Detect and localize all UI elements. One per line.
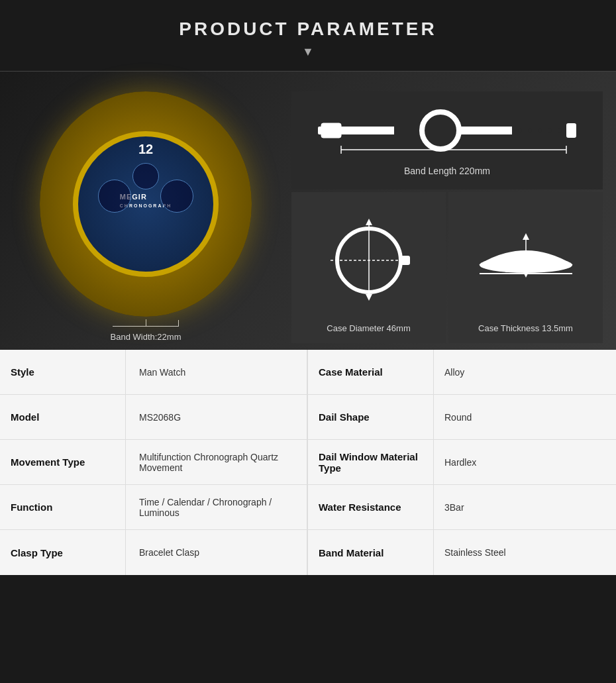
- spec-half-right-0: Case Material Alloy: [308, 350, 616, 394]
- subdial-top: [132, 163, 159, 189]
- subdial-right: [160, 180, 193, 213]
- spec-half-left-3: Function Time / Calendar / Chronograph /…: [0, 485, 308, 529]
- svg-rect-2: [341, 127, 394, 134]
- page-title: PRODUCT PARAMETER: [0, 19, 616, 40]
- spec-label-right-3: Water Resistance: [308, 485, 434, 529]
- spec-half-left-0: Style Man Watch: [0, 350, 308, 394]
- specs-table: Style Man Watch Case Material Alloy Mode…: [0, 350, 616, 575]
- band-length-label: Band Length 220mm: [404, 166, 490, 176]
- spec-label-1: Model: [0, 395, 126, 439]
- specs-diagram-side: Band Length 220mm: [278, 91, 603, 343]
- band-length-svg: [305, 105, 590, 160]
- svg-point-3: [422, 112, 459, 149]
- watch-face: MEGIRCHRONOGRAPH 12: [73, 131, 219, 277]
- spec-half-left-4: Clasp Type Bracelet Clasp: [0, 530, 308, 575]
- svg-point-5: [518, 129, 522, 132]
- subdial-left: [98, 180, 131, 213]
- page-header: PRODUCT PARAMETER ▼: [0, 0, 616, 72]
- svg-point-7: [538, 129, 542, 132]
- spec-label-right-2: Dail Window Material Type: [308, 440, 434, 484]
- svg-marker-17: [366, 219, 372, 225]
- band-length-box: Band Length 220mm: [291, 91, 603, 189]
- header-arrow-icon: ▼: [0, 45, 616, 59]
- spec-value-0: Man Watch: [126, 350, 307, 394]
- spec-value-3: Time / Calendar / Chronograph / Luminous: [126, 485, 307, 529]
- case-diameter-label: Case Diameter 46mm: [327, 323, 410, 333]
- spec-value-1: MS2068G: [126, 395, 307, 439]
- dimensions-row: Case Diameter 46mm: [291, 192, 603, 343]
- spec-half-right-4: Band Material Stainless Steel: [308, 530, 616, 575]
- specs-row-0: Style Man Watch Case Material Alloy: [0, 350, 616, 395]
- watch-illustration: MEGIRCHRONOGRAPH 12: [40, 91, 252, 317]
- svg-point-8: [548, 129, 552, 132]
- case-diameter-svg: [309, 202, 429, 318]
- spec-value-2: Multifunction Chronograph Quartz Movemen…: [126, 440, 307, 484]
- spec-value-right-3: 3Bar: [434, 485, 616, 529]
- svg-marker-18: [366, 294, 372, 301]
- specs-row-2: Movement Type Multifunction Chronograph …: [0, 440, 616, 485]
- spec-value-right-2: Hardlex: [434, 440, 616, 484]
- band-width-label: Band Width:22mm: [13, 332, 278, 342]
- case-thickness-svg: [466, 202, 586, 318]
- spec-label-right-0: Case Material: [308, 350, 434, 394]
- spec-label-4: Clasp Type: [0, 530, 126, 575]
- band-width-marker: [13, 319, 278, 327]
- spec-value-right-0: Alloy: [434, 350, 616, 394]
- svg-marker-23: [523, 233, 529, 240]
- case-thickness-box: Case Thickness 13.5mm: [448, 192, 603, 343]
- spec-half-right-1: Dail Shape Round: [308, 395, 616, 439]
- spec-label-0: Style: [0, 350, 126, 394]
- spec-value-right-4: Stainless Steel: [434, 530, 616, 575]
- svg-rect-1: [318, 127, 325, 134]
- specs-row-4: Clasp Type Bracelet Clasp Band Material …: [0, 530, 616, 575]
- spec-half-right-2: Dail Window Material Type Hardlex: [308, 440, 616, 484]
- case-thickness-label: Case Thickness 13.5mm: [478, 323, 573, 333]
- spec-half-left-1: Model MS2068G: [0, 395, 308, 439]
- spec-label-2: Movement Type: [0, 440, 126, 484]
- spec-label-right-4: Band Material: [308, 530, 434, 575]
- hero-section: MEGIRCHRONOGRAPH 12 Band Width:22mm: [0, 72, 616, 350]
- svg-rect-4: [459, 127, 512, 134]
- watch-12-marker: 12: [138, 142, 153, 157]
- spec-label-3: Function: [0, 485, 126, 529]
- svg-point-6: [528, 129, 532, 132]
- svg-point-9: [558, 129, 562, 132]
- specs-row-1: Model MS2068G Dail Shape Round: [0, 395, 616, 440]
- watch-image-side: MEGIRCHRONOGRAPH 12 Band Width:22mm: [13, 91, 278, 343]
- spec-label-right-1: Dail Shape: [308, 395, 434, 439]
- specs-row-3: Function Time / Calendar / Chronograph /…: [0, 485, 616, 530]
- spec-value-right-1: Round: [434, 395, 616, 439]
- spec-half-left-2: Movement Type Multifunction Chronograph …: [0, 440, 308, 484]
- case-diameter-box: Case Diameter 46mm: [291, 192, 446, 343]
- svg-rect-10: [566, 123, 576, 138]
- spec-half-right-3: Water Resistance 3Bar: [308, 485, 616, 529]
- spec-value-4: Bracelet Clasp: [126, 530, 307, 575]
